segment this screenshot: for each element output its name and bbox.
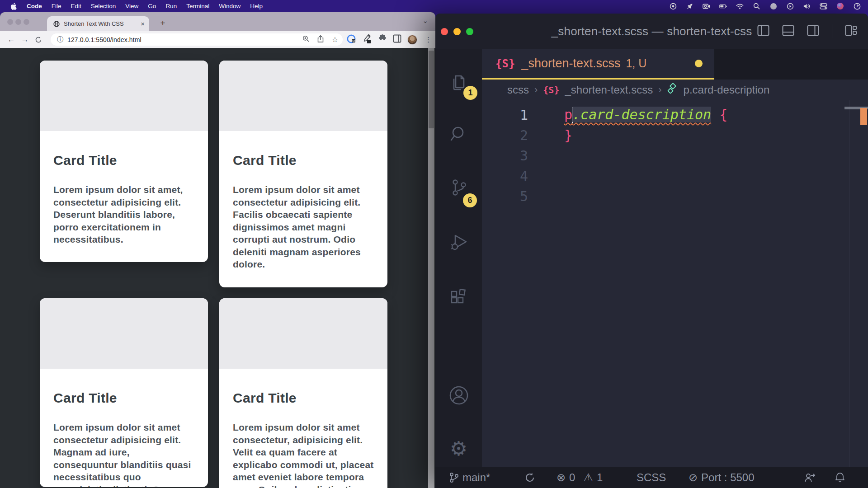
globe-icon bbox=[53, 21, 60, 27]
line-number: 5 bbox=[482, 188, 536, 204]
menu-item-window[interactable]: Window bbox=[219, 3, 241, 9]
search-icon[interactable] bbox=[435, 114, 482, 155]
new-tab-button[interactable]: + bbox=[156, 17, 169, 29]
menu-item-terminal[interactable]: Terminal bbox=[186, 3, 209, 9]
tab-list-chevron-icon[interactable]: ⌄ bbox=[422, 17, 428, 25]
warning-icon: ⚠ bbox=[583, 471, 593, 484]
breadcrumb-symbol[interactable]: p.card-description bbox=[684, 84, 770, 96]
apple-icon[interactable] bbox=[9, 2, 17, 10]
status-bar: main* ⊗ 0 ⚠ 1 SCSS ⊘ Port : 5500 bbox=[435, 467, 868, 488]
menu-item-run[interactable]: Run bbox=[165, 3, 177, 9]
browser-close-button[interactable] bbox=[7, 19, 13, 25]
feedback-icon[interactable] bbox=[804, 467, 816, 488]
titlebar-separator bbox=[832, 24, 832, 38]
menu-item-code[interactable]: Code bbox=[27, 3, 42, 9]
run-debug-icon[interactable] bbox=[435, 221, 482, 262]
profile-avatar[interactable] bbox=[407, 35, 417, 45]
sidebar-toggle-icon[interactable] bbox=[393, 34, 401, 45]
card-3-image-placeholder bbox=[40, 298, 208, 369]
extensions-icon[interactable] bbox=[435, 277, 482, 318]
share-icon[interactable] bbox=[317, 35, 324, 44]
card-4-image-placeholder bbox=[219, 298, 387, 369]
search-icon[interactable] bbox=[753, 2, 760, 10]
extensions-puzzle-icon[interactable] bbox=[378, 34, 387, 45]
site-info-icon[interactable]: ⓘ bbox=[57, 36, 63, 44]
eyedropper-icon[interactable] bbox=[362, 34, 372, 46]
error-count: 0 bbox=[569, 471, 575, 484]
code-line-4[interactable]: 4 bbox=[482, 166, 868, 186]
record-icon[interactable] bbox=[669, 2, 677, 10]
menu-item-help[interactable]: Help bbox=[250, 3, 263, 9]
browser-tab-strip: Shorten Text With CSS × + ⌄ bbox=[0, 12, 435, 31]
reload-button[interactable] bbox=[32, 33, 45, 47]
url-text[interactable]: 127.0.0.1:5500/index.html bbox=[67, 36, 142, 43]
card-1: Card Title Lorem ipsum dolor sit amet, c… bbox=[40, 61, 208, 262]
forward-button[interactable]: → bbox=[18, 33, 32, 47]
customize-layout-icon[interactable] bbox=[845, 25, 857, 38]
overview-ruler-error-marker bbox=[860, 108, 867, 125]
language-mode[interactable]: SCSS bbox=[637, 467, 666, 488]
live-server-port[interactable]: ⊘ Port : 5500 bbox=[689, 467, 755, 488]
problems-status[interactable]: ⊗ 0 ⚠ 1 bbox=[557, 467, 603, 488]
browser-tab[interactable]: Shorten Text With CSS × bbox=[47, 16, 149, 31]
breadcrumb-file[interactable]: _shorten-text.scss bbox=[565, 84, 653, 96]
desktop: Code File Edit Selection View Go Run Ter… bbox=[0, 0, 868, 488]
code-selector-token: .card-description bbox=[572, 107, 711, 122]
card-2-image-placeholder bbox=[219, 61, 387, 131]
settings-gear-icon[interactable]: ⚙ bbox=[435, 428, 482, 469]
vscode-window: _shorten-text.scss — shorten-text-css {S… bbox=[435, 14, 868, 488]
menu-item-edit[interactable]: Edit bbox=[71, 3, 81, 9]
editor-area[interactable]: 1 p.card-description { 2 } 3 4 5 bbox=[482, 100, 868, 467]
git-branch-status[interactable]: main* bbox=[449, 467, 490, 488]
line-number: 3 bbox=[482, 148, 536, 164]
url-bar[interactable]: ⓘ 127.0.0.1:5500/index.html ☆ bbox=[51, 33, 343, 46]
zoom-icon[interactable] bbox=[302, 35, 309, 44]
bookmark-star-icon[interactable]: ☆ bbox=[332, 35, 338, 44]
wifi-icon[interactable] bbox=[736, 2, 744, 10]
rocket-icon[interactable] bbox=[686, 2, 693, 10]
back-button[interactable]: ← bbox=[5, 33, 18, 47]
code-line-3[interactable]: 3 bbox=[482, 145, 868, 166]
account-icon[interactable] bbox=[435, 375, 482, 416]
control-center-icon[interactable] bbox=[820, 2, 827, 10]
clock-icon[interactable] bbox=[853, 2, 861, 10]
toggle-panel-icon[interactable] bbox=[782, 25, 794, 38]
line-number: 4 bbox=[482, 168, 536, 184]
browser-minimize-button[interactable] bbox=[15, 19, 21, 25]
line-number: 2 bbox=[482, 127, 536, 143]
siri-icon[interactable] bbox=[836, 2, 844, 10]
browser-zoom-button[interactable] bbox=[24, 19, 29, 25]
volume-icon[interactable] bbox=[803, 2, 811, 10]
notifications-bell-icon[interactable] bbox=[835, 467, 845, 488]
modified-dot-icon[interactable] bbox=[695, 60, 703, 67]
blocked-icon: ⊘ bbox=[689, 471, 698, 484]
scrollbar-thumb[interactable] bbox=[429, 51, 434, 128]
camera-icon[interactable] bbox=[703, 2, 710, 10]
symbol-class-icon bbox=[667, 83, 678, 97]
toggle-sidebar-icon[interactable] bbox=[757, 25, 769, 38]
code-line-1[interactable]: 1 p.card-description { bbox=[482, 105, 868, 125]
editor-tab[interactable]: {S} _shorten-text.scss 1, U bbox=[482, 49, 714, 80]
error-icon: ⊗ bbox=[557, 471, 566, 484]
dot-icon[interactable] bbox=[769, 2, 777, 10]
code-line-5[interactable]: 5 bbox=[482, 186, 868, 206]
scss-file-icon: {S} bbox=[495, 57, 515, 70]
menu-item-file[interactable]: File bbox=[52, 3, 61, 9]
browser-menu-kebab-icon[interactable]: ⋮ bbox=[423, 36, 434, 44]
editor-tab-label: _shorten-text.scss bbox=[521, 56, 620, 70]
play-circle-icon[interactable] bbox=[786, 2, 794, 10]
browser-scrollbar[interactable] bbox=[428, 48, 434, 488]
menu-item-go[interactable]: Go bbox=[148, 3, 156, 9]
password-manager-icon[interactable] bbox=[346, 34, 356, 46]
port-label: Port : 5500 bbox=[701, 471, 754, 484]
breadcrumb-folder[interactable]: scss bbox=[507, 84, 529, 96]
battery-icon[interactable] bbox=[719, 2, 727, 10]
line-number: 1 bbox=[482, 107, 536, 123]
tab-close-icon[interactable]: × bbox=[141, 20, 145, 28]
menu-item-view[interactable]: View bbox=[125, 3, 138, 9]
code-line-2[interactable]: 2 } bbox=[482, 125, 868, 145]
menu-item-selection[interactable]: Selection bbox=[91, 3, 116, 9]
code-open-brace: { bbox=[719, 107, 727, 122]
sync-status[interactable] bbox=[524, 467, 536, 488]
toggle-secondary-sidebar-icon[interactable] bbox=[807, 25, 819, 38]
